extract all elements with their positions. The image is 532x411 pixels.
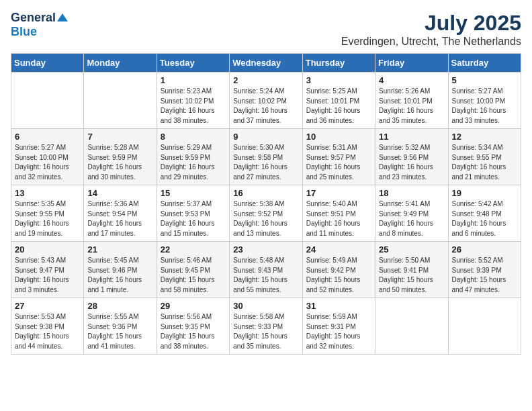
calendar-cell: 26Sunrise: 5:52 AM Sunset: 9:39 PM Dayli… xyxy=(448,242,521,298)
day-number: 22 xyxy=(161,244,226,255)
col-header-thursday: Thursday xyxy=(302,54,375,73)
calendar-cell: 14Sunrise: 5:36 AM Sunset: 9:54 PM Dayli… xyxy=(84,185,157,242)
day-info: Sunrise: 5:24 AM Sunset: 10:02 PM Daylig… xyxy=(233,87,298,126)
calendar-cell: 25Sunrise: 5:50 AM Sunset: 9:41 PM Dayli… xyxy=(375,242,448,298)
calendar-cell: 30Sunrise: 5:58 AM Sunset: 9:33 PM Dayli… xyxy=(230,298,302,355)
day-number: 16 xyxy=(233,188,298,198)
calendar-cell: 3Sunrise: 5:25 AM Sunset: 10:01 PM Dayli… xyxy=(302,73,375,129)
logo-icon xyxy=(57,12,68,23)
day-info: Sunrise: 5:35 AM Sunset: 9:55 PM Dayligh… xyxy=(15,199,80,238)
day-info: Sunrise: 5:34 AM Sunset: 9:55 PM Dayligh… xyxy=(452,143,517,182)
day-info: Sunrise: 5:55 AM Sunset: 9:36 PM Dayligh… xyxy=(87,312,152,351)
calendar-week-row: 27Sunrise: 5:53 AM Sunset: 9:38 PM Dayli… xyxy=(11,298,521,355)
day-number: 17 xyxy=(306,188,371,198)
calendar-cell: 23Sunrise: 5:48 AM Sunset: 9:43 PM Dayli… xyxy=(230,242,302,298)
calendar-cell: 16Sunrise: 5:38 AM Sunset: 9:52 PM Dayli… xyxy=(230,185,302,242)
day-info: Sunrise: 5:32 AM Sunset: 9:56 PM Dayligh… xyxy=(379,143,444,182)
day-info: Sunrise: 5:31 AM Sunset: 9:57 PM Dayligh… xyxy=(306,143,371,182)
day-info: Sunrise: 5:52 AM Sunset: 9:39 PM Dayligh… xyxy=(452,256,517,295)
day-info: Sunrise: 5:30 AM Sunset: 9:58 PM Dayligh… xyxy=(233,143,298,182)
calendar-cell: 9Sunrise: 5:30 AM Sunset: 9:58 PM Daylig… xyxy=(230,129,302,185)
col-header-saturday: Saturday xyxy=(448,54,521,73)
day-number: 8 xyxy=(161,132,226,142)
calendar-cell: 4Sunrise: 5:26 AM Sunset: 10:01 PM Dayli… xyxy=(375,73,448,129)
calendar-week-row: 1Sunrise: 5:23 AM Sunset: 10:02 PM Dayli… xyxy=(11,73,521,129)
day-number: 12 xyxy=(452,132,517,142)
day-number: 31 xyxy=(306,301,371,311)
calendar-cell: 11Sunrise: 5:32 AM Sunset: 9:56 PM Dayli… xyxy=(375,129,448,185)
col-header-sunday: Sunday xyxy=(11,54,84,73)
calendar-cell: 7Sunrise: 5:28 AM Sunset: 9:59 PM Daylig… xyxy=(84,129,157,185)
day-info: Sunrise: 5:25 AM Sunset: 10:01 PM Daylig… xyxy=(306,87,371,126)
calendar-cell: 5Sunrise: 5:27 AM Sunset: 10:00 PM Dayli… xyxy=(448,73,521,129)
day-info: Sunrise: 5:40 AM Sunset: 9:51 PM Dayligh… xyxy=(306,199,371,238)
day-info: Sunrise: 5:27 AM Sunset: 10:00 PM Daylig… xyxy=(452,87,517,126)
logo: General Blue xyxy=(11,11,68,39)
day-number: 6 xyxy=(15,132,80,142)
day-info: Sunrise: 5:58 AM Sunset: 9:33 PM Dayligh… xyxy=(233,312,298,351)
day-info: Sunrise: 5:29 AM Sunset: 9:59 PM Dayligh… xyxy=(161,143,226,182)
col-header-wednesday: Wednesday xyxy=(230,54,302,73)
day-number: 23 xyxy=(233,244,298,255)
day-info: Sunrise: 5:28 AM Sunset: 9:59 PM Dayligh… xyxy=(87,143,152,182)
calendar-week-row: 6Sunrise: 5:27 AM Sunset: 10:00 PM Dayli… xyxy=(11,129,521,185)
day-number: 21 xyxy=(87,244,152,255)
calendar-table: SundayMondayTuesdayWednesdayThursdayFrid… xyxy=(11,53,521,355)
day-number: 30 xyxy=(233,301,298,311)
day-number: 7 xyxy=(87,132,152,142)
day-number: 13 xyxy=(15,188,80,198)
day-info: Sunrise: 5:37 AM Sunset: 9:53 PM Dayligh… xyxy=(161,199,226,238)
day-number: 14 xyxy=(87,188,152,198)
title-block: July 2025 Everdingen, Utrecht, The Nethe… xyxy=(341,11,521,48)
calendar-cell: 1Sunrise: 5:23 AM Sunset: 10:02 PM Dayli… xyxy=(157,73,229,129)
calendar-cell: 8Sunrise: 5:29 AM Sunset: 9:59 PM Daylig… xyxy=(157,129,229,185)
calendar-cell: 21Sunrise: 5:45 AM Sunset: 9:46 PM Dayli… xyxy=(84,242,157,298)
calendar-cell xyxy=(375,298,448,355)
calendar-cell: 15Sunrise: 5:37 AM Sunset: 9:53 PM Dayli… xyxy=(157,185,229,242)
day-info: Sunrise: 5:43 AM Sunset: 9:47 PM Dayligh… xyxy=(15,256,80,295)
calendar-cell: 18Sunrise: 5:41 AM Sunset: 9:49 PM Dayli… xyxy=(375,185,448,242)
day-number: 19 xyxy=(452,188,517,198)
day-info: Sunrise: 5:59 AM Sunset: 9:31 PM Dayligh… xyxy=(306,312,371,351)
calendar-cell: 2Sunrise: 5:24 AM Sunset: 10:02 PM Dayli… xyxy=(230,73,302,129)
day-number: 4 xyxy=(379,75,444,85)
calendar-week-row: 13Sunrise: 5:35 AM Sunset: 9:55 PM Dayli… xyxy=(11,185,521,242)
calendar-cell: 28Sunrise: 5:55 AM Sunset: 9:36 PM Dayli… xyxy=(84,298,157,355)
calendar-cell xyxy=(11,73,84,129)
col-header-tuesday: Tuesday xyxy=(157,54,229,73)
calendar-cell xyxy=(84,73,157,129)
day-number: 10 xyxy=(306,132,371,142)
day-number: 2 xyxy=(233,75,298,85)
day-info: Sunrise: 5:41 AM Sunset: 9:49 PM Dayligh… xyxy=(379,199,444,238)
col-header-friday: Friday xyxy=(375,54,448,73)
calendar-cell: 12Sunrise: 5:34 AM Sunset: 9:55 PM Dayli… xyxy=(448,129,521,185)
calendar-week-row: 20Sunrise: 5:43 AM Sunset: 9:47 PM Dayli… xyxy=(11,242,521,298)
day-info: Sunrise: 5:49 AM Sunset: 9:42 PM Dayligh… xyxy=(306,256,371,295)
day-number: 27 xyxy=(15,301,80,311)
day-info: Sunrise: 5:56 AM Sunset: 9:35 PM Dayligh… xyxy=(161,312,226,351)
day-info: Sunrise: 5:27 AM Sunset: 10:00 PM Daylig… xyxy=(15,143,80,182)
day-number: 24 xyxy=(306,244,371,255)
calendar-cell: 22Sunrise: 5:46 AM Sunset: 9:45 PM Dayli… xyxy=(157,242,229,298)
day-number: 20 xyxy=(15,244,80,255)
day-number: 9 xyxy=(233,132,298,142)
logo-blue: Blue xyxy=(11,25,37,39)
calendar-cell: 13Sunrise: 5:35 AM Sunset: 9:55 PM Dayli… xyxy=(11,185,84,242)
calendar-cell xyxy=(448,298,521,355)
day-number: 5 xyxy=(452,75,517,85)
logo-general: General xyxy=(11,11,56,25)
calendar-cell: 6Sunrise: 5:27 AM Sunset: 10:00 PM Dayli… xyxy=(11,129,84,185)
calendar-cell: 24Sunrise: 5:49 AM Sunset: 9:42 PM Dayli… xyxy=(302,242,375,298)
calendar-cell: 29Sunrise: 5:56 AM Sunset: 9:35 PM Dayli… xyxy=(157,298,229,355)
day-info: Sunrise: 5:50 AM Sunset: 9:41 PM Dayligh… xyxy=(379,256,444,295)
day-info: Sunrise: 5:45 AM Sunset: 9:46 PM Dayligh… xyxy=(87,256,152,295)
day-number: 15 xyxy=(161,188,226,198)
day-number: 26 xyxy=(452,244,517,255)
calendar-header-row: SundayMondayTuesdayWednesdayThursdayFrid… xyxy=(11,54,521,73)
month-title: July 2025 xyxy=(341,11,521,36)
day-info: Sunrise: 5:53 AM Sunset: 9:38 PM Dayligh… xyxy=(15,312,80,351)
calendar-cell: 19Sunrise: 5:42 AM Sunset: 9:48 PM Dayli… xyxy=(448,185,521,242)
day-info: Sunrise: 5:36 AM Sunset: 9:54 PM Dayligh… xyxy=(87,199,152,238)
day-number: 18 xyxy=(379,188,444,198)
page-header: General Blue July 2025 Everdingen, Utrec… xyxy=(11,11,521,48)
